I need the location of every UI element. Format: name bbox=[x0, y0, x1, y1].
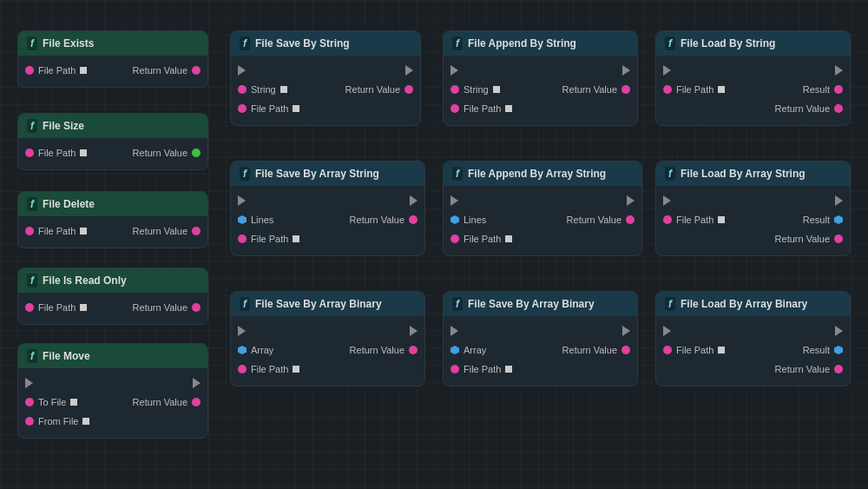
node-file-exists[interactable]: fFile ExistsFile PathReturn Value bbox=[17, 30, 208, 88]
pin-sq bbox=[293, 105, 299, 112]
pin-array-left[interactable] bbox=[450, 215, 459, 224]
pin-pink-right[interactable] bbox=[626, 215, 635, 224]
pin-pink-right[interactable] bbox=[192, 227, 201, 235]
pin-label-left: File Path bbox=[676, 215, 713, 225]
node-file-save-by-string[interactable]: fFile Save By String StringReturn ValueF… bbox=[230, 30, 421, 126]
exec-out[interactable] bbox=[622, 326, 630, 336]
pin-pink-left[interactable] bbox=[25, 66, 34, 75]
exec-out[interactable] bbox=[410, 326, 418, 336]
exec-out[interactable] bbox=[410, 195, 418, 206]
pin-array-right[interactable] bbox=[834, 215, 843, 224]
pin-pink-right[interactable] bbox=[192, 66, 201, 75]
exec-row[interactable] bbox=[444, 321, 637, 340]
pin-label-left: File Path bbox=[38, 226, 76, 236]
exec-in[interactable] bbox=[25, 378, 33, 388]
pin-pink-left[interactable] bbox=[25, 227, 34, 235]
exec-in[interactable] bbox=[450, 326, 458, 336]
pin-pink-left[interactable] bbox=[663, 85, 672, 94]
node-file-save-by-array-binary[interactable]: fFile Save By Array Binary ArrayReturn V… bbox=[230, 291, 425, 387]
node-file-move[interactable]: fFile Move To FileReturn ValueFrom File bbox=[17, 343, 208, 439]
pin-sq bbox=[718, 86, 725, 93]
right-port: Return Value bbox=[350, 215, 418, 225]
right-port: Return Value bbox=[133, 65, 201, 76]
exec-out-pin bbox=[627, 195, 635, 206]
pin-pink-left[interactable] bbox=[25, 417, 34, 426]
pin-pink-right[interactable] bbox=[409, 215, 418, 224]
exec-out[interactable] bbox=[405, 65, 413, 76]
pin-pink-right[interactable] bbox=[834, 365, 843, 373]
pin-array-right[interactable] bbox=[834, 346, 843, 354]
pin-pink-right[interactable] bbox=[409, 346, 418, 354]
node-file-is-read-only[interactable]: fFile Is Read OnlyFile PathReturn Value bbox=[17, 268, 208, 325]
exec-in[interactable] bbox=[663, 195, 671, 206]
node-file-load-by-string[interactable]: fFile Load By String File PathResultRetu… bbox=[655, 30, 851, 126]
node-file-load-by-array-binary[interactable]: fFile Load By Array Binary File PathResu… bbox=[655, 291, 851, 387]
pin-pink-left[interactable] bbox=[450, 85, 459, 94]
node-file-size[interactable]: fFile SizeFile PathReturn Value bbox=[17, 113, 208, 170]
node-file-delete[interactable]: fFile DeleteFile PathReturn Value bbox=[17, 191, 208, 248]
exec-out[interactable] bbox=[622, 65, 630, 76]
pin-pink-right[interactable] bbox=[834, 235, 843, 243]
exec-in[interactable] bbox=[238, 195, 246, 206]
exec-row[interactable] bbox=[444, 61, 637, 80]
pin-pink-right[interactable] bbox=[834, 104, 843, 113]
exec-row[interactable] bbox=[656, 321, 850, 340]
exec-in[interactable] bbox=[663, 65, 671, 76]
right-port: Result bbox=[803, 84, 843, 95]
right-port: Return Value bbox=[775, 364, 843, 374]
exec-row[interactable] bbox=[656, 61, 850, 80]
exec-in[interactable] bbox=[663, 326, 671, 336]
func-icon: f bbox=[665, 167, 675, 181]
pin-pink-right[interactable] bbox=[192, 398, 201, 406]
left-port: Lines bbox=[450, 215, 486, 225]
pin-array-left[interactable] bbox=[238, 215, 247, 224]
pin-pink-left[interactable] bbox=[663, 215, 672, 224]
node-file-save-by-array-string[interactable]: fFile Save By Array String LinesReturn V… bbox=[230, 161, 425, 256]
pin-pink-right[interactable] bbox=[404, 85, 413, 94]
exec-out[interactable] bbox=[835, 195, 843, 206]
pin-sq bbox=[505, 366, 512, 373]
data-row-0: LinesReturn Value bbox=[231, 210, 424, 229]
pin-pink-left[interactable] bbox=[25, 303, 34, 312]
pin-pink-right[interactable] bbox=[834, 85, 843, 94]
pin-pink-left[interactable] bbox=[238, 365, 247, 373]
node-file-save-by-array-binary-2[interactable]: fFile Save By Array Binary ArrayReturn V… bbox=[443, 291, 638, 387]
pin-pink-left[interactable] bbox=[238, 85, 247, 94]
node-file-append-by-array-string[interactable]: fFile Append By Array String LinesReturn… bbox=[443, 161, 642, 256]
exec-row[interactable] bbox=[18, 373, 207, 393]
exec-in[interactable] bbox=[450, 65, 458, 76]
exec-out[interactable] bbox=[193, 378, 201, 388]
func-icon: f bbox=[452, 36, 463, 50]
pin-pink-left[interactable] bbox=[25, 149, 34, 157]
exec-in[interactable] bbox=[238, 65, 246, 76]
exec-in[interactable] bbox=[450, 195, 458, 206]
data-row-0: File PathResult bbox=[656, 80, 850, 99]
pin-pink-left[interactable] bbox=[663, 346, 672, 354]
exec-row[interactable] bbox=[231, 191, 424, 210]
node-title: File Size bbox=[43, 120, 84, 132]
pin-array-left[interactable] bbox=[450, 346, 459, 354]
node-body-file-load-by-array-binary: File PathResultReturn Value bbox=[656, 316, 850, 386]
pin-pink-right[interactable] bbox=[621, 346, 630, 354]
exec-row[interactable] bbox=[656, 191, 850, 210]
exec-out[interactable] bbox=[627, 195, 635, 206]
pin-array-left[interactable] bbox=[238, 346, 247, 354]
pin-pink-left[interactable] bbox=[450, 104, 459, 113]
pin-pink-right[interactable] bbox=[621, 85, 630, 94]
pin-pink-left[interactable] bbox=[238, 104, 247, 113]
pin-pink-left[interactable] bbox=[450, 365, 459, 373]
exec-in[interactable] bbox=[238, 326, 246, 336]
exec-row[interactable] bbox=[231, 321, 424, 340]
node-file-load-by-array-string[interactable]: fFile Load By Array String File PathResu… bbox=[655, 161, 851, 256]
exec-row[interactable] bbox=[444, 191, 641, 210]
pin-pink-right[interactable] bbox=[192, 303, 201, 312]
pin-green-right[interactable] bbox=[192, 149, 201, 157]
exec-row[interactable] bbox=[231, 61, 420, 80]
func-icon: f bbox=[665, 36, 675, 50]
exec-out[interactable] bbox=[835, 65, 843, 76]
exec-out[interactable] bbox=[835, 326, 843, 336]
pin-pink-left[interactable] bbox=[25, 398, 34, 406]
node-file-append-by-string[interactable]: fFile Append By String StringReturn Valu… bbox=[443, 30, 638, 126]
pin-pink-left[interactable] bbox=[450, 235, 459, 243]
pin-pink-left[interactable] bbox=[238, 235, 247, 243]
